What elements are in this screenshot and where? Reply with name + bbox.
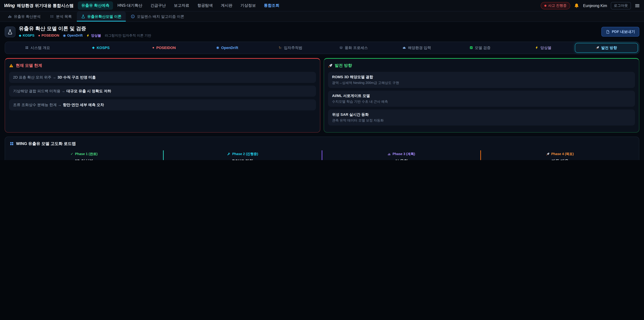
directions-panel: 발전 방향 ROMS 3D 해양모델 결합 광역→상세역 Nesting 200… xyxy=(324,58,639,132)
nav-hns-dispersion[interactable]: HNS·대기확산 xyxy=(114,1,146,10)
direction-item: AI/ML 서로게이트 모델 수치모델 학습 기반 수초 내 근사 예측 xyxy=(328,91,635,107)
roadmap-phase-1: ✓ Phase 1 (완료) 2D 앙상블 KOSPS + POSEIDON +… xyxy=(5,150,163,160)
incident-status-badge[interactable]: 사고 진행중 xyxy=(541,2,570,9)
grid-icon xyxy=(25,46,28,49)
rocket-icon xyxy=(328,63,332,68)
document-icon xyxy=(606,30,610,34)
ensemble-badge: 앙상블 xyxy=(86,33,101,38)
status-dot-icon xyxy=(544,5,546,7)
nav-aerial-search[interactable]: 항공탐색 xyxy=(194,1,216,10)
stab-validation[interactable]: 모델 검증 xyxy=(448,43,512,53)
stab-ensemble[interactable]: 앙상블 xyxy=(512,43,575,53)
roadmap-panel: WING 유출유 모델 고도화 로드맵 ✓ Phase 1 (완료) 2D 앙상… xyxy=(5,136,639,160)
tab-analysis-list[interactable]: 분석 목록 xyxy=(46,12,76,22)
nav-board[interactable]: 게시판 xyxy=(217,1,236,10)
check-square-icon xyxy=(470,46,473,49)
app-title: 해양환경 위기대응 통합시스템 xyxy=(17,3,74,9)
tab-label: 오일펜스 배치 알고리즘 이론 xyxy=(137,14,184,19)
direction-item-title: ROMS 3D 해양모델 결합 xyxy=(332,74,631,79)
main-nav: 유출유 확산예측 HNS·대기확산 긴급구난 보고자료 항공탐색 게시판 기상정… xyxy=(78,1,283,10)
tab-model-theory[interactable]: 유출유확산모델 이론 xyxy=(77,12,126,22)
ring-icon: ◉ xyxy=(63,34,66,37)
section-tabs: 시스템 개요 ◆KOSPS ●POSEIDON ◉OpenDrift 입자추적법… xyxy=(5,42,639,54)
nav-emergency-rescue[interactable]: 긴급구난 xyxy=(147,1,170,10)
warning-icon xyxy=(9,63,14,68)
limitation-item: 기상해양 결합 피드백 미적용 →대규모 유출 시 정확도 저하 xyxy=(9,85,316,97)
diamond-icon: ◆ xyxy=(19,34,21,37)
phase-name: 자동 대응 xyxy=(484,158,636,160)
page-header: 유출유 확산 모델 이론 및 검증 ◆KOSPS ●POSEIDON ◉Open… xyxy=(5,26,639,38)
stab-particle-tracking[interactable]: 입자추적법 xyxy=(259,43,322,53)
kosps-badge: ◆KOSPS xyxy=(19,34,34,37)
phase-label: Phase 2 (진행중) xyxy=(167,152,318,156)
direction-item-desc: 관측 유막 데이터 모델 보정 자동화 xyxy=(332,118,631,123)
tab-spill-analysis[interactable]: 유출유 확산분석 xyxy=(3,12,45,22)
rocket-icon xyxy=(596,46,599,49)
direction-item-desc: 광역→상세역 Nesting 200m급 고해상도 구현 xyxy=(332,80,631,85)
tab-boom-algorithm[interactable]: 오일펜스 배치 알고리즘 이론 xyxy=(126,12,188,22)
page-subtitle: 라그랑지안 입자추적 이론 기반 xyxy=(105,33,151,38)
incident-label: 사고 진행중 xyxy=(548,3,567,8)
chart-icon xyxy=(8,15,12,19)
pdf-export-button[interactable]: PDF 내보내기 xyxy=(602,27,639,37)
roadmap-phase-4: Phase 4 (목표) 자동 대응 사고감지→예측 →방제자원 배치 전 과정… xyxy=(480,150,639,160)
limitations-title: 현재 모델 한계 xyxy=(9,63,316,68)
bolt-icon xyxy=(535,46,538,49)
stab-ocean-input[interactable]: 해양환경 입력 xyxy=(385,43,448,53)
direction-item-title: 위성 SAR 실시간 동화 xyxy=(332,112,631,117)
app-window: Wing 해양환경 위기대응 통합시스템 유출유 확산예측 HNS·대기확산 긴… xyxy=(0,0,644,160)
logout-button[interactable]: 로그아웃 xyxy=(611,2,631,9)
page-flask-icon xyxy=(5,27,16,37)
nav-integrated-search[interactable]: 통합조회 xyxy=(260,1,283,10)
info-circle-icon xyxy=(131,15,135,19)
phase-label: Phase 3 (계획) xyxy=(326,152,477,156)
stab-overview[interactable]: 시스템 개요 xyxy=(6,43,69,53)
wrench-icon xyxy=(227,152,230,156)
roadmap-title: WING 유출유 모델 고도화 로드맵 xyxy=(5,141,639,147)
stab-opendrift[interactable]: ◉OpenDrift xyxy=(196,43,259,52)
content-panels: 현재 모델 한계 2D 표층 확산 모의 위주 →3D 수직 구조 반영 미흡 … xyxy=(5,58,639,132)
roadmap-phases: ✓ Phase 1 (완료) 2D 앙상블 KOSPS + POSEIDON +… xyxy=(5,150,639,160)
tab-label: 유출유 확산분석 xyxy=(14,14,40,19)
directions-title: 발전 방향 xyxy=(328,63,635,68)
page-header-text: 유출유 확산 모델 이론 및 검증 ◆KOSPS ●POSEIDON ◉Open… xyxy=(19,26,151,38)
user-name: Eunjeong Kim xyxy=(583,4,607,8)
top-nav-right: 사고 진행중 Eunjeong Kim 로그아웃 xyxy=(541,2,640,9)
page-title: 유출유 확산 모델 이론 및 검증 xyxy=(19,26,151,31)
limitations-panel: 현재 모델 한계 2D 표층 확산 모의 위주 →3D 수직 구조 반영 미흡 … xyxy=(5,58,320,132)
particles-icon xyxy=(278,46,282,49)
direction-item: ROMS 3D 해양모델 결합 광역→상세역 Nesting 200m급 고해상… xyxy=(328,72,635,88)
tab-label: 유출유확산모델 이론 xyxy=(87,14,122,19)
circle-icon: ● xyxy=(152,46,154,49)
page-content: 유출유 확산 모델 이론 및 검증 ◆KOSPS ●POSEIDON ◉Open… xyxy=(0,22,644,160)
stab-direction[interactable]: 발전 방향 xyxy=(575,43,638,53)
nav-oil-spill-prediction[interactable]: 유출유 확산예측 xyxy=(78,1,113,10)
phase-name: ROMS 결합 xyxy=(167,158,318,160)
roadmap-phase-3: Phase 3 (계획) AI 융합 ML 서로게이트 위성 SAR 동화 실시… xyxy=(322,150,480,160)
app-brand[interactable]: Wing 해양환경 위기대응 통합시스템 xyxy=(4,3,74,9)
check-icon: ✓ xyxy=(70,152,73,156)
poseidon-badge: ●POSEIDON xyxy=(38,34,59,37)
phase-label: ✓ Phase 1 (완료) xyxy=(8,152,160,156)
cloud-icon xyxy=(402,46,406,49)
list-icon xyxy=(50,15,54,19)
tab-label: 분석 목록 xyxy=(56,14,72,19)
nav-weather-info[interactable]: 기상정보 xyxy=(237,1,260,10)
limitation-item: 2D 표층 확산 모의 위주 →3D 수직 구조 반영 미흡 xyxy=(9,72,316,83)
roadmap-phase-2: Phase 2 (진행중) ROMS 결합 3D 수직 구조 고해상도 연안 조… xyxy=(163,150,322,160)
direction-item-title: AI/ML 서로게이트 모델 xyxy=(332,93,631,98)
ring-icon: ◉ xyxy=(216,46,219,49)
limitation-item: 조류 조화상수 분해능 한계 →항만·연안 세부 예측 오차 xyxy=(9,99,316,110)
diamond-icon: ◆ xyxy=(92,46,94,49)
phase-name: AI 융합 xyxy=(326,158,477,160)
menu-icon[interactable] xyxy=(634,3,640,8)
circle-icon: ● xyxy=(38,34,40,37)
bell-icon[interactable] xyxy=(574,3,580,8)
stab-kosps[interactable]: ◆KOSPS xyxy=(69,43,132,52)
nav-reports[interactable]: 보고자료 xyxy=(170,1,193,10)
rocket-icon xyxy=(546,152,550,156)
stab-weathering[interactable]: 풍화 프로세스 xyxy=(322,43,385,53)
direction-item-desc: 수치모델 학습 기반 수초 내 근사 예측 xyxy=(332,99,631,104)
stab-poseidon[interactable]: ●POSEIDON xyxy=(132,43,196,52)
phase-label: Phase 4 (목표) xyxy=(484,152,636,156)
